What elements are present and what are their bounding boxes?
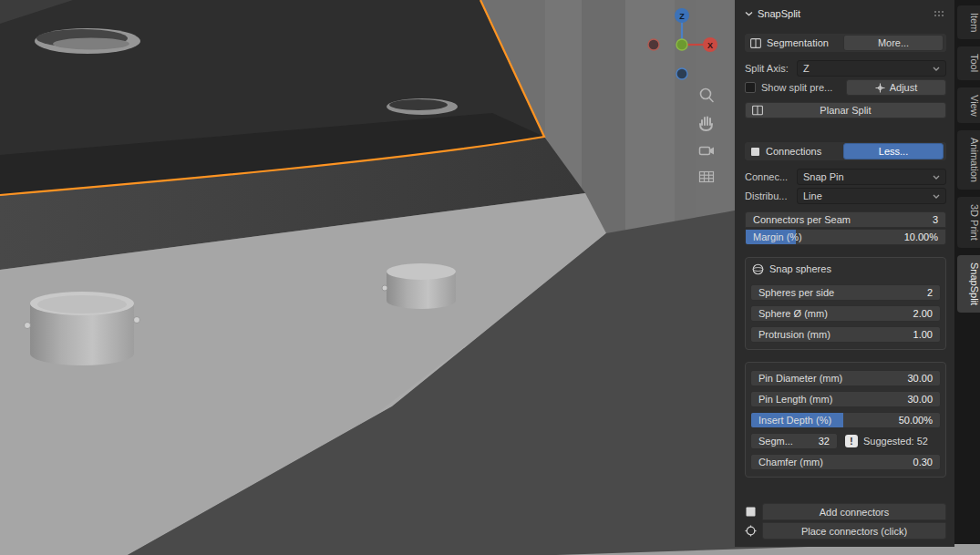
connector-type-dropdown[interactable]: Snap Pin: [797, 169, 946, 185]
planar-split-icon: [752, 106, 763, 116]
split-axis-label: Split Axis:: [745, 63, 797, 74]
field-label: Connectors per Seam: [753, 214, 851, 225]
place-connectors-row: Place connectors (click): [745, 522, 946, 540]
field-label: Pin Diameter (mm): [758, 373, 842, 384]
show-split-label: Show split pre...: [761, 82, 832, 93]
field-value: 3: [933, 214, 938, 225]
snap-spheres-header[interactable]: Snap spheres: [750, 258, 941, 280]
place-connectors-icon: [745, 525, 757, 537]
field-label: Protrusion (mm): [758, 329, 830, 340]
axis-neg-z-ball[interactable]: [676, 68, 687, 79]
margin-slider[interactable]: Margin (%) 10.00%: [745, 229, 946, 245]
field-label: Insert Depth (%): [758, 415, 831, 426]
split-axis-row: Split Axis: Z: [745, 60, 946, 77]
pin-parameters-box: Pin Diameter (mm) 30.00 Pin Length (mm) …: [745, 362, 946, 478]
connector-type-value: Snap Pin: [803, 171, 929, 182]
field-label: Spheres per side: [758, 287, 834, 298]
planar-split-label: Planar Split: [820, 105, 871, 116]
hole-right: [387, 98, 458, 115]
add-connectors-row: Add connectors: [745, 503, 946, 520]
insert-depth-slider[interactable]: Insert Depth (%) 50.00%: [750, 412, 941, 428]
less-button[interactable]: Less...: [843, 143, 944, 159]
field-value: 1.00: [913, 329, 933, 340]
snap-pin-right: [382, 263, 456, 309]
pan-hand-icon[interactable]: [700, 118, 712, 131]
collapse-chevron-icon[interactable]: [745, 11, 753, 16]
connections-header[interactable]: Connections Less...: [745, 142, 946, 160]
connections-icon: [750, 147, 760, 157]
suggested-segments-text: Suggested: 52: [863, 436, 928, 447]
adjust-label: Adjust: [890, 82, 918, 93]
axis-y-ball[interactable]: [676, 39, 687, 50]
show-split-checkbox[interactable]: [745, 82, 756, 93]
segments-field[interactable]: Segm... 32: [750, 433, 838, 449]
panel-header: SnapSplit: [745, 5, 946, 23]
distribution-dropdown[interactable]: Line: [797, 188, 946, 204]
panel-title: SnapSplit: [758, 8, 800, 19]
more-button[interactable]: More...: [843, 35, 944, 51]
field-value: 30.00: [907, 373, 933, 384]
segmentation-header[interactable]: Segmentation More...: [745, 34, 946, 52]
segments-row: Segm... 32 ! Suggested: 52: [750, 433, 941, 449]
snap-sphere-nub: [134, 317, 140, 324]
field-label: Chamfer (mm): [758, 457, 823, 468]
connectors-per-seam-field[interactable]: Connectors per Seam 3: [745, 211, 946, 228]
field-value: 32: [819, 436, 830, 447]
hole-left: [35, 28, 140, 54]
snap-pin-left: [25, 292, 140, 365]
tab-tool[interactable]: Tool: [957, 46, 980, 79]
field-label: Pin Length (mm): [758, 394, 832, 405]
snap-spheres-title: Snap spheres: [769, 263, 831, 274]
distribution-value: Line: [803, 190, 929, 201]
tab-snapsplit[interactable]: SnapSplit: [957, 255, 980, 313]
tab-view[interactable]: View: [957, 87, 980, 124]
adjust-button[interactable]: Adjust: [846, 79, 946, 96]
segmentation-label: Segmentation: [767, 37, 829, 48]
adjust-icon: [875, 83, 885, 93]
split-axis-value: Z: [803, 63, 929, 74]
snap-sphere-nub: [25, 323, 31, 329]
snap-sphere-nub: [382, 285, 387, 291]
planar-split-button[interactable]: Planar Split: [745, 102, 946, 118]
axis-z-label: Z: [679, 12, 685, 21]
chamfer-field[interactable]: Chamfer (mm) 0.30: [750, 454, 941, 470]
field-value: 0.30: [913, 457, 933, 468]
spheres-per-side-field[interactable]: Spheres per side 2: [750, 284, 941, 301]
info-icon[interactable]: !: [845, 435, 858, 447]
pin-diameter-field[interactable]: Pin Diameter (mm) 30.00: [750, 370, 941, 386]
add-connectors-icon: [745, 506, 757, 518]
connector-type-label: Connec...: [745, 171, 797, 182]
navigation-gizmo[interactable]: Z X: [644, 7, 720, 84]
split-axis-dropdown[interactable]: Z: [797, 60, 946, 77]
tab-item[interactable]: Item: [957, 5, 980, 39]
segmentation-icon: [750, 38, 761, 48]
viewport-nav-buttons: [693, 84, 720, 191]
axis-neg-x-ball[interactable]: [648, 39, 659, 50]
snap-spheres-box: Snap spheres Spheres per side 2 Sphere Ø…: [745, 257, 946, 350]
field-label: Margin (%): [753, 231, 802, 242]
show-split-row: Show split pre... Adjust: [745, 79, 946, 96]
place-connectors-button[interactable]: Place connectors (click): [762, 522, 946, 540]
sphere-icon: [752, 263, 764, 275]
field-value: 2: [927, 287, 933, 298]
sphere-diameter-field[interactable]: Sphere Ø (mm) 2.00: [750, 305, 941, 322]
camera-view-icon[interactable]: [700, 148, 715, 155]
connector-sliders-group: Connectors per Seam 3 Margin (%) 10.00%: [745, 211, 946, 245]
tab-3d-print[interactable]: 3D Print: [957, 197, 980, 248]
tab-animation[interactable]: Animation: [957, 130, 980, 190]
field-value: 50.00%: [899, 415, 933, 426]
zoom-icon[interactable]: [701, 89, 714, 102]
field-value: 10.00%: [904, 231, 938, 242]
orthographic-grid-icon[interactable]: [700, 172, 714, 182]
field-value: 2.00: [913, 308, 933, 319]
add-connectors-button[interactable]: Add connectors: [762, 503, 946, 520]
drag-handle-icon[interactable]: [934, 10, 946, 17]
distribution-label: Distribu...: [745, 190, 797, 201]
field-label: Sphere Ø (mm): [758, 308, 828, 319]
pin-length-field[interactable]: Pin Length (mm) 30.00: [750, 391, 941, 407]
protrusion-field[interactable]: Protrusion (mm) 1.00: [750, 326, 941, 343]
action-buttons: Add connectors Place connectors (click): [745, 503, 946, 540]
chevron-down-icon: [933, 175, 940, 180]
snapsplit-sidebar: SnapSplit Segmentation More... Split Axi…: [735, 0, 954, 547]
chevron-down-icon: [933, 67, 940, 71]
